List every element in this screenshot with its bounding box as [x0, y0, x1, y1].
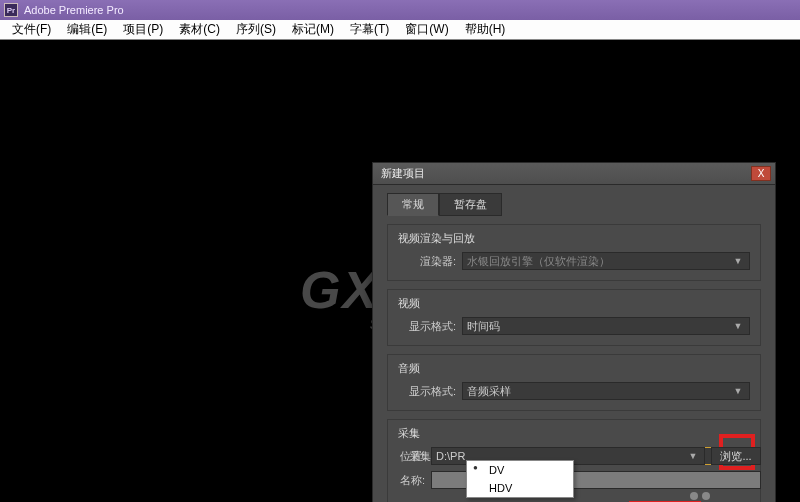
- group-label-capture: 采集: [398, 426, 750, 441]
- renderer-value: 水银回放引擎（仅软件渲染）: [467, 254, 610, 269]
- location-value: D:\PR: [436, 450, 465, 462]
- menu-sequence[interactable]: 序列(S): [228, 21, 284, 38]
- group-label-video-render: 视频渲染与回放: [398, 231, 750, 246]
- capture-option-hdv[interactable]: HDV: [467, 479, 573, 497]
- close-icon: X: [758, 168, 765, 179]
- chevron-down-icon: ▼: [731, 321, 745, 331]
- group-video-render: 视频渲染与回放 渲染器: 水银回放引擎（仅软件渲染） ▼: [387, 224, 761, 281]
- close-button[interactable]: X: [751, 166, 771, 181]
- group-audio: 音频 显示格式: 音频采样 ▼: [387, 354, 761, 411]
- location-label: 位置:: [387, 449, 425, 464]
- video-format-dropdown[interactable]: 时间码 ▼: [462, 317, 750, 335]
- menu-help[interactable]: 帮助(H): [457, 21, 514, 38]
- dialog-title: 新建项目: [377, 166, 425, 181]
- audio-format-dropdown[interactable]: 音频采样 ▼: [462, 382, 750, 400]
- pager-dots: [690, 492, 710, 500]
- renderer-dropdown[interactable]: 水银回放引擎（仅软件渲染） ▼: [462, 252, 750, 270]
- audio-format-label: 显示格式:: [398, 384, 456, 399]
- group-label-audio: 音频: [398, 361, 750, 376]
- dialog-tabs: 常规 暂存盘: [387, 193, 761, 216]
- titlebar: Pr Adobe Premiere Pro: [0, 0, 800, 20]
- tab-scratch-disks[interactable]: 暂存盘: [439, 193, 502, 216]
- app-title: Adobe Premiere Pro: [24, 4, 124, 16]
- menu-project[interactable]: 项目(P): [115, 21, 171, 38]
- tab-general[interactable]: 常规: [387, 193, 439, 216]
- audio-format-value: 音频采样: [467, 384, 511, 399]
- new-project-dialog: 新建项目 X 常规 暂存盘 视频渲染与回放 渲染器: 水银回放引擎（仅软件渲染）…: [372, 162, 776, 502]
- browse-button[interactable]: 浏览...: [711, 447, 761, 465]
- renderer-label: 渲染器:: [398, 254, 456, 269]
- menu-file[interactable]: 文件(F): [4, 21, 59, 38]
- app-icon: Pr: [4, 3, 18, 17]
- chevron-down-icon: ▼: [686, 451, 700, 461]
- menu-marker[interactable]: 标记(M): [284, 21, 342, 38]
- video-format-value: 时间码: [467, 319, 500, 334]
- group-video: 视频 显示格式: 时间码 ▼: [387, 289, 761, 346]
- menu-title[interactable]: 字幕(T): [342, 21, 397, 38]
- capture-option-dv[interactable]: DV: [467, 461, 573, 479]
- group-label-video: 视频: [398, 296, 750, 311]
- capture-dropdown-list: DV HDV: [466, 460, 574, 498]
- workspace: GX网 system.com 新建项目 X 常规 暂存盘 视频渲染与回放 渲染器…: [0, 40, 800, 502]
- menubar: 文件(F) 编辑(E) 项目(P) 素材(C) 序列(S) 标记(M) 字幕(T…: [0, 20, 800, 40]
- video-format-label: 显示格式:: [398, 319, 456, 334]
- dialog-titlebar[interactable]: 新建项目 X: [373, 163, 775, 185]
- chevron-down-icon: ▼: [731, 386, 745, 396]
- menu-clip[interactable]: 素材(C): [171, 21, 228, 38]
- name-label: 名称:: [387, 473, 425, 488]
- menu-edit[interactable]: 编辑(E): [59, 21, 115, 38]
- menu-window[interactable]: 窗口(W): [397, 21, 456, 38]
- chevron-down-icon: ▼: [731, 256, 745, 266]
